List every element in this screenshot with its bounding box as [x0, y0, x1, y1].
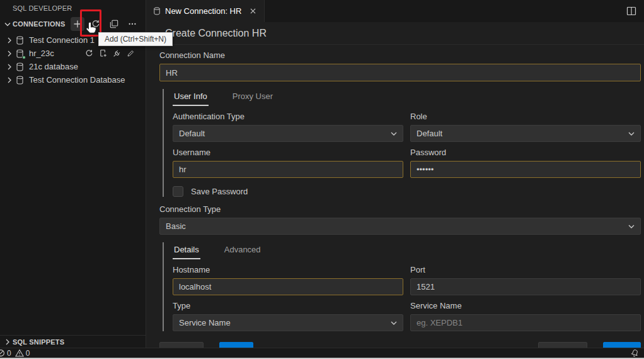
split-editor-icon[interactable] [626, 6, 636, 16]
connection-name-input[interactable] [159, 64, 641, 81]
role-label: Role [410, 112, 641, 121]
chevron-down-icon [3, 19, 13, 29]
tree-item-label: Test Connection Database [29, 75, 125, 85]
heading-separator [146, 44, 644, 45]
type-select[interactable]: Service Name [173, 314, 403, 331]
status-bar: 0 0 [0, 348, 644, 359]
notifications-button[interactable] [631, 349, 644, 357]
more-actions-button[interactable] [125, 17, 139, 31]
tab-bar: New Connection: HR [146, 0, 644, 22]
close-icon[interactable] [248, 6, 258, 16]
chevron-down-icon [628, 225, 635, 228]
hostname-label: Hostname [173, 265, 403, 274]
refresh-icon [91, 20, 100, 28]
tree-item-label: 21c database [29, 62, 78, 71]
chevron-right-icon[interactable] [5, 62, 14, 71]
details-group: Details Advanced Hostname Port Type [163, 242, 641, 331]
sidebar: SQL DEVELOPER CONNECTIONS [0, 0, 146, 348]
connection-type-label: Connection Type [159, 204, 641, 214]
connections-toolbar [71, 17, 139, 31]
database-icon [15, 35, 25, 45]
connection-type-value: Basic [166, 221, 186, 231]
refresh-icon[interactable] [84, 49, 94, 59]
connection-row-actions [84, 49, 146, 59]
type-value: Service Name [179, 318, 231, 327]
bell-icon [631, 349, 639, 357]
connection-name-label: Connection Name [159, 50, 641, 60]
more-actions-icon [128, 20, 137, 28]
page-title: Create Connection HR [165, 28, 641, 39]
database-icon [15, 62, 25, 72]
collapse-all-button[interactable] [107, 17, 121, 31]
edit-icon[interactable] [125, 49, 135, 59]
tab-title: New Connection: HR [165, 6, 241, 16]
user-info-tabs: User Info Proxy User [173, 89, 641, 106]
hostname-input[interactable] [173, 278, 403, 295]
password-label: Password [410, 148, 641, 157]
save-password-label: Save Password [191, 187, 248, 196]
connections-section-title: CONNECTIONS [13, 20, 65, 28]
sql-snippets-title: SQL SNIPPETS [13, 338, 64, 346]
tab-new-connection-hr[interactable]: New Connection: HR [146, 0, 265, 22]
collapse-all-icon [110, 20, 118, 28]
database-icon [15, 75, 25, 85]
service-name-input[interactable] [410, 314, 641, 331]
service-name-label: Service Name [410, 301, 641, 310]
sql-snippets-section-header[interactable]: SQL SNIPPETS [0, 335, 146, 348]
authentication-type-select[interactable]: Default [173, 125, 403, 142]
connect-icon[interactable] [112, 49, 122, 59]
user-info-group: User Info Proxy User Authentication Type… [163, 89, 641, 197]
tab-details[interactable]: Details [173, 242, 200, 259]
add-tooltip: Add (Ctrl+Shift+N) [98, 32, 173, 46]
warnings-count: 0 [26, 349, 30, 358]
warnings-icon [15, 349, 24, 357]
save-password-checkbox[interactable] [173, 186, 183, 197]
authentication-type-value: Default [179, 129, 205, 138]
connection-type-select[interactable]: Basic [159, 218, 641, 235]
refresh-connections-button[interactable] [89, 17, 103, 31]
app-window: SQL DEVELOPER CONNECTIONS [0, 0, 644, 348]
connected-status-dot [22, 56, 26, 59]
username-label: Username [173, 148, 403, 157]
chevron-down-icon [628, 132, 635, 136]
tree-item-test-connection-database[interactable]: Test Connection Database [0, 73, 146, 86]
chevron-right-icon [3, 339, 13, 345]
authentication-type-label: Authentication Type [173, 112, 403, 121]
database-connected-icon [15, 49, 25, 59]
problems-status[interactable]: 0 0 [0, 349, 30, 358]
connection-form: Create Connection HR Connection Name Use… [146, 22, 644, 359]
connections-section-header[interactable]: CONNECTIONS [0, 16, 146, 32]
add-icon [73, 20, 82, 28]
username-input[interactable] [173, 161, 403, 178]
port-input[interactable] [410, 278, 641, 295]
tree-item-label: hr_23c [29, 49, 54, 58]
chevron-right-icon[interactable] [5, 49, 14, 58]
chevron-down-icon [391, 132, 397, 136]
tabbar-actions [626, 0, 644, 22]
sidebar-title: SQL DEVELOPER [0, 0, 146, 12]
errors-icon [0, 349, 5, 357]
chevron-right-icon[interactable] [5, 36, 14, 45]
chevron-down-icon [391, 321, 397, 325]
type-label: Type [173, 301, 403, 310]
tab-user-info[interactable]: User Info [173, 89, 209, 106]
role-value: Default [417, 129, 442, 138]
errors-count: 0 [7, 349, 11, 358]
chevron-right-icon[interactable] [5, 76, 14, 85]
add-connection-button[interactable] [71, 17, 84, 31]
port-label: Port [410, 265, 641, 274]
tree-item-21c-database[interactable]: 21c database [0, 60, 146, 73]
password-input[interactable] [410, 161, 641, 178]
tree-item-label: Test Connection 1 [29, 35, 95, 45]
tab-advanced[interactable]: Advanced [223, 242, 262, 259]
tab-proxy-user[interactable]: Proxy User [231, 89, 274, 106]
role-select[interactable]: Default [410, 125, 641, 142]
details-tabs: Details Advanced [173, 242, 641, 259]
database-icon [152, 6, 161, 16]
tree-item-hr-23c[interactable]: hr_23c [0, 47, 146, 60]
new-worksheet-icon[interactable] [98, 49, 108, 59]
editor-area: New Connection: HR Create Connection HR … [146, 0, 644, 348]
